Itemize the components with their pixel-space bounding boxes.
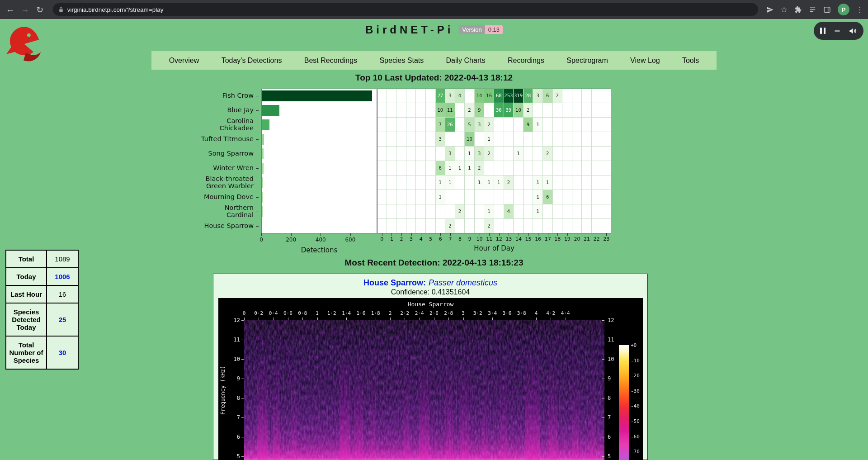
nav-item-overview[interactable]: Overview [166, 57, 202, 65]
detection-panel: House Sparrow:Passer domesticus Confiden… [213, 274, 648, 460]
nav-item-view-log[interactable]: View Log [627, 57, 663, 65]
audio-player[interactable] [814, 22, 863, 40]
heatmap-cell [553, 118, 563, 132]
heatmap-cell [572, 118, 582, 132]
share-icon[interactable] [766, 6, 774, 14]
kebab-menu-icon[interactable]: ⋮ [856, 5, 863, 14]
heatmap-cell [582, 132, 592, 147]
stat-value[interactable]: 30 [47, 336, 78, 369]
hour-tick-label: 17 [545, 236, 551, 242]
spectrogram-freq-tick [602, 320, 604, 321]
main-nav: OverviewToday's DetectionsBest Recording… [151, 51, 717, 70]
heatmap-cell [426, 118, 436, 132]
address-bar[interactable]: virginia.birdnetpi.com/?stream=play [53, 3, 758, 16]
heatmap-cell [377, 190, 387, 204]
nav-item-today-s-detections[interactable]: Today's Detections [219, 57, 285, 65]
nav-item-best-recordings[interactable]: Best Recordings [302, 57, 360, 65]
heatmap-cell [387, 132, 397, 147]
heatmap-cell [377, 219, 387, 233]
stat-value[interactable]: 25 [47, 303, 78, 336]
species-row: Black-throated Green Warbler [180, 175, 259, 190]
back-icon: ← [6, 5, 14, 14]
heatmap-cell [387, 161, 397, 175]
spectrogram-freq-tick [241, 437, 244, 437]
bar-xaxis-label: Detections [261, 246, 377, 254]
species-label: Song Sparrow [208, 150, 254, 157]
heatmap-cell [601, 175, 611, 190]
hour-tick [548, 233, 548, 236]
heatmap-cell [416, 161, 426, 175]
nav-item-tools[interactable]: Tools [679, 57, 702, 65]
detection-common-name[interactable]: House Sparrow: [363, 278, 426, 287]
detections-bar [262, 206, 263, 217]
heatmap-cell [426, 190, 436, 204]
heatmap-cell: 1 [533, 118, 543, 132]
heatmap-cell [406, 219, 416, 233]
top10-chart: Fish CrowBlue JayCarolina ChickadeeTufte… [180, 89, 611, 255]
heatmap-cell [445, 132, 455, 147]
heatmap-cell [426, 147, 436, 161]
nav-item-recordings[interactable]: Recordings [505, 57, 547, 65]
spectrogram-time-label: 2·2 [400, 310, 409, 316]
heatmap-cell [455, 132, 465, 147]
heatmap-cell [406, 161, 416, 175]
heatmap-cell [562, 219, 572, 233]
stat-label: Total Number of Species [6, 336, 47, 369]
heatmap-cell [572, 103, 582, 118]
heatmap-cell [445, 204, 455, 219]
detection-title: House Sparrow:Passer domesticus [213, 278, 647, 288]
extensions-icon[interactable] [794, 6, 802, 14]
heatmap-cell [455, 147, 465, 161]
spectrogram-time-tick [551, 318, 551, 320]
spectrogram-time-tick [448, 318, 449, 320]
spectrogram-time-tick [420, 318, 420, 320]
nav-item-daily-charts[interactable]: Daily Charts [443, 57, 488, 65]
heatmap-cell: 3 [436, 132, 446, 147]
heatmap-cell [572, 132, 582, 147]
heatmap-cell [572, 219, 582, 233]
heatmap-cell [533, 161, 543, 175]
heatmap-cell [465, 190, 475, 204]
reading-list-icon[interactable] [809, 6, 816, 14]
bookmark-star-icon[interactable]: ☆ [781, 6, 788, 14]
stat-value: 16 [47, 285, 78, 303]
forward-button[interactable]: → [19, 3, 31, 16]
species-row: Mourning Dove [180, 190, 259, 204]
heatmap-cell [524, 219, 533, 233]
spectrogram-freq-tick [602, 456, 604, 457]
spectrogram-time-label: 2 [389, 310, 392, 316]
spectrogram-freq-label-right: 8 [608, 395, 611, 401]
stat-value[interactable]: 1006 [47, 268, 78, 285]
reload-button[interactable]: ↻ [34, 3, 46, 16]
y-tick-mark [256, 110, 259, 111]
heatmap-cell [562, 118, 572, 132]
back-button[interactable]: ← [5, 3, 16, 16]
spectrogram-freq-tick [241, 456, 244, 457]
hour-tick-label: 16 [535, 236, 541, 242]
heatmap-cell: 3 [475, 118, 485, 132]
colorbar-tick-label: -50 [631, 418, 640, 424]
spectrogram-freq-label-left: 5 [224, 453, 240, 460]
spectrogram-time-tick [478, 318, 478, 320]
heatmap-cell [426, 103, 436, 118]
bar-tick [291, 233, 292, 236]
hour-tick-label: 15 [525, 236, 532, 242]
heatmap-cell [416, 89, 426, 103]
heatmap-cell [396, 132, 406, 147]
spectrogram-freq-label-left: 7 [224, 414, 240, 421]
nav-item-spectrogram[interactable]: Spectrogram [564, 57, 611, 65]
profile-avatar[interactable]: P [838, 4, 849, 15]
heatmap-cell [601, 147, 611, 161]
heatmap-cell [406, 118, 416, 132]
volume-icon[interactable] [849, 27, 857, 35]
heatmap-cell [465, 219, 475, 233]
heatmap-cell [426, 161, 436, 175]
pause-icon[interactable] [820, 28, 826, 34]
side-panel-icon[interactable] [823, 6, 831, 14]
spectrogram-freq-label-right: 6 [608, 434, 611, 440]
heatmap-cell: 2 [445, 219, 455, 233]
spectrogram-streak [291, 320, 297, 460]
heatmap-cell [504, 190, 514, 204]
player-timeline[interactable] [835, 30, 840, 32]
nav-item-species-stats[interactable]: Species Stats [377, 57, 426, 65]
